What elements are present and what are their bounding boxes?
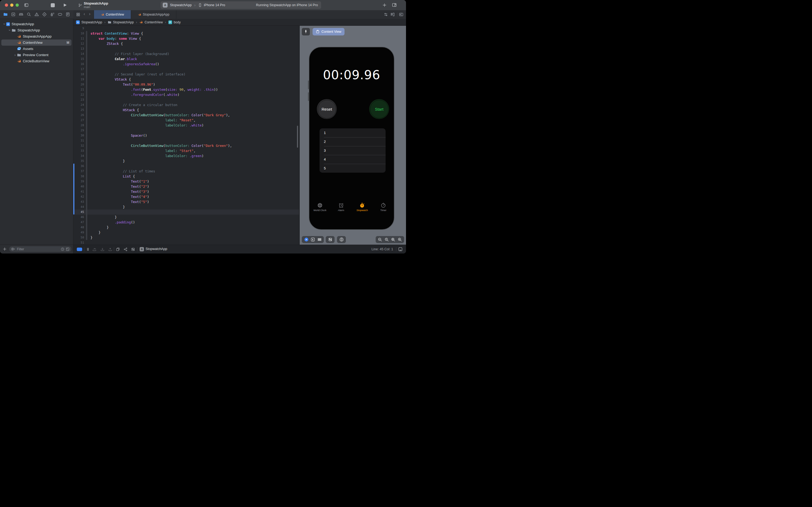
recents-filter-icon[interactable] <box>61 247 64 251</box>
code-line <box>91 67 232 72</box>
scheme-app[interactable]: StopwatchApp <box>170 3 192 7</box>
preview-tab-label: Content View <box>322 30 341 34</box>
sidebar-item-stopwatchappapp[interactable]: StopwatchAppApp <box>1 33 71 40</box>
filter-input[interactable] <box>16 247 59 251</box>
editor-tab-bar: ‹ › ContentViewStopwatchAppApp <box>73 10 406 19</box>
sidebar-item-preview-content[interactable]: ›Preview Content <box>1 52 71 58</box>
breakpoint-navigator-icon[interactable] <box>58 12 62 17</box>
minimize-window-button[interactable] <box>10 3 13 7</box>
tab-stopwatchappapp[interactable]: StopwatchAppApp <box>131 10 176 19</box>
zoom-fit-icon[interactable] <box>391 237 395 242</box>
disclosure-icon[interactable]: › <box>2 22 6 26</box>
lap-row[interactable]: 3 <box>320 146 386 155</box>
phone-tab-alarm[interactable]: Alarm <box>331 203 352 212</box>
code-line: // Create a circular button <box>91 102 232 107</box>
breadcrumb-contentview[interactable]: ContentView <box>139 20 163 24</box>
line-number: 31 <box>73 138 84 143</box>
breadcrumb-stopwatchapp[interactable]: StopwatchApp <box>108 20 134 24</box>
tab-contentview[interactable]: ContentView <box>94 10 131 19</box>
source-control-navigator-icon[interactable] <box>11 12 15 17</box>
sidebar-item-label: StopwatchApp <box>11 22 34 26</box>
pull-changes-icon[interactable] <box>101 247 105 251</box>
branch-icon <box>78 3 82 7</box>
phone-tab-label: Timer <box>380 209 387 212</box>
phone-tab-world-clock[interactable]: World Clock <box>309 203 331 212</box>
filter-field[interactable] <box>9 246 71 252</box>
split-editor-icon[interactable] <box>399 12 403 17</box>
active-scheme-label: StopwatchApp <box>146 247 167 251</box>
test-navigator-icon[interactable] <box>42 12 47 17</box>
canvas-layout-icon[interactable] <box>86 247 90 251</box>
sidebar-item-stopwatchapp[interactable]: ›StopwatchApp <box>1 27 71 33</box>
preview-on-device-icon[interactable] <box>339 237 344 242</box>
disclosure-icon[interactable]: › <box>13 53 17 57</box>
back-button[interactable]: ‹ <box>82 11 86 17</box>
code-editor[interactable]: 9101112131415161718192021222324252627282… <box>73 26 299 245</box>
sidebar-item-label: Assets <box>23 47 33 51</box>
new-tab-icon[interactable] <box>383 3 387 7</box>
code-line: labelColor: .white) <box>91 123 232 128</box>
phone-tab-stopwatch[interactable]: Stopwatch <box>352 203 373 212</box>
report-navigator-icon[interactable] <box>65 12 70 17</box>
lap-row[interactable]: 1 <box>320 128 386 137</box>
live-preview-icon[interactable] <box>304 237 308 242</box>
pin-preview-button[interactable] <box>302 28 310 36</box>
symbol-navigator-icon[interactable] <box>19 12 23 17</box>
lap-row[interactable]: 2 <box>320 137 386 146</box>
project-navigator-icon[interactable] <box>3 12 8 17</box>
disclosure-icon[interactable]: › <box>8 29 12 32</box>
line-number: 22 <box>73 92 84 97</box>
sidebar-item-circlebuttonview[interactable]: CircleButtonView <box>1 58 71 64</box>
minimap-options-icon[interactable] <box>391 12 395 17</box>
toggle-navigator-icon[interactable] <box>23 3 29 7</box>
project-navigator: ›AStopwatchApp›StopwatchAppStopwatchAppA… <box>0 19 73 245</box>
debug-navigator-icon[interactable] <box>50 12 55 17</box>
lap-row[interactable]: 4 <box>320 155 386 164</box>
swift-icon <box>17 41 21 45</box>
zoom-window-button[interactable] <box>15 3 19 7</box>
zoom-100-icon[interactable] <box>385 237 389 242</box>
code-line: } <box>91 158 232 164</box>
sidebar-item-label: StopwatchApp <box>17 28 40 32</box>
line-number: 19 <box>73 77 84 82</box>
phone-tab-timer[interactable]: Timer <box>373 203 394 212</box>
breadcrumb-body[interactable]: Pbody <box>168 20 181 24</box>
zoom-out-icon[interactable] <box>378 237 382 242</box>
review-changes-icon[interactable] <box>93 247 97 251</box>
source-control-filter-icon[interactable] <box>66 247 69 251</box>
sidebar-item-stopwatchapp[interactable]: ›AStopwatchApp <box>1 21 71 27</box>
reset-button[interactable]: Reset <box>317 99 337 119</box>
add-file-icon[interactable] <box>3 247 7 251</box>
stop-button[interactable] <box>51 3 55 7</box>
zoom-in-icon[interactable] <box>398 237 402 242</box>
version-editor-icon[interactable] <box>116 247 120 251</box>
line-number: 27 <box>73 118 84 123</box>
selectable-mode-icon[interactable] <box>311 237 315 242</box>
close-window-button[interactable] <box>5 3 8 7</box>
run-button[interactable] <box>63 3 67 7</box>
scheme-selector[interactable]: A StopwatchApp › iPhone 14 Pro Running S… <box>161 1 321 9</box>
editor-only-mode-icon[interactable] <box>77 247 82 251</box>
lap-row[interactable]: 5 <box>320 164 386 173</box>
find-navigator-icon[interactable] <box>26 12 31 17</box>
sidebar-item-contentview[interactable]: ContentViewM <box>1 40 71 46</box>
start-button[interactable]: Start <box>369 99 389 119</box>
editor-options-icon[interactable] <box>131 247 135 251</box>
minimap-toggle-icon[interactable] <box>398 247 403 251</box>
scheme-device[interactable]: iPhone 14 Pro <box>204 3 225 7</box>
toggle-inspector-icon[interactable] <box>392 3 397 7</box>
preview-overrides-icon[interactable] <box>328 237 333 242</box>
sidebar-item-assets[interactable]: Assets <box>1 46 71 52</box>
preview-tab[interactable]: Content View <box>312 28 345 36</box>
adjust-editor-icon[interactable] <box>384 12 388 17</box>
forward-button[interactable]: › <box>88 11 92 17</box>
editor-scrollbar[interactable] <box>297 126 298 148</box>
related-items-icon[interactable] <box>76 12 80 17</box>
breadcrumb-stopwatchapp[interactable]: AStopwatchApp <box>76 20 102 24</box>
phone-tab-label: World Clock <box>313 209 326 212</box>
issue-navigator-icon[interactable] <box>35 12 39 17</box>
line-number: 30 <box>73 133 84 138</box>
push-changes-icon[interactable] <box>108 247 112 251</box>
code-review-icon[interactable] <box>123 247 127 251</box>
variants-mode-icon[interactable] <box>317 237 322 242</box>
